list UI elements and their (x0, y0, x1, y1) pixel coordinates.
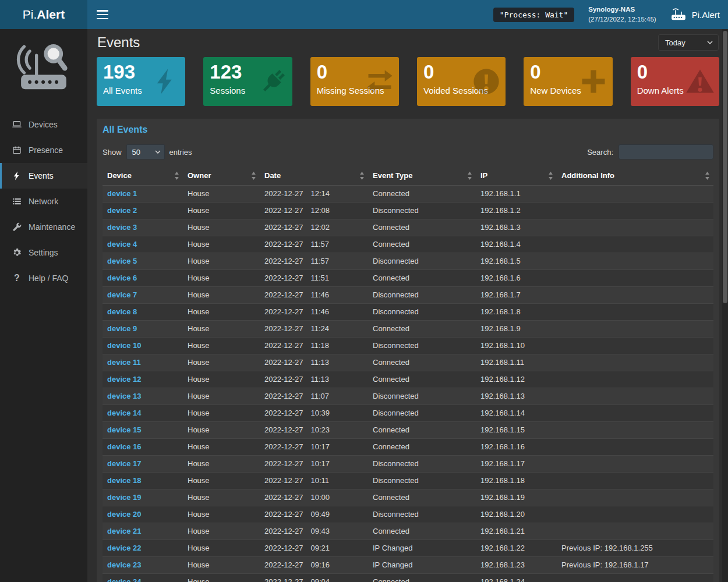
card-all-events[interactable]: 193 All Events (97, 57, 185, 106)
device-link[interactable]: device 1 (107, 189, 137, 198)
sidebar-item-events[interactable]: Events (0, 163, 87, 189)
sidebar-item-devices[interactable]: Devices (0, 112, 87, 137)
owner-cell: House (183, 186, 260, 203)
additional-info-cell (557, 456, 713, 473)
sort-icon (251, 172, 256, 180)
network-icon (12, 196, 22, 207)
sidebar-item-settings[interactable]: Settings (0, 240, 87, 265)
search-input[interactable] (619, 144, 713, 159)
scrollbar-thumb[interactable] (723, 31, 727, 303)
exclamation-circle-icon (471, 66, 501, 97)
device-link[interactable]: device 9 (107, 324, 137, 333)
owner-cell: House (183, 354, 260, 371)
ip-cell: 192.168.1.3 (476, 219, 557, 236)
column-header-additional-info[interactable]: Additional Info (557, 166, 713, 186)
sidebar-item-label: Help / FAQ (29, 274, 68, 283)
device-link[interactable]: device 20 (107, 510, 142, 519)
card-down-alerts[interactable]: 0 Down Alerts (631, 57, 719, 106)
card-missing-sessions[interactable]: 0 Missing Sessions (310, 57, 399, 106)
table-row: device 12 House 2022-12-2711:13 Connecte… (103, 371, 713, 388)
table-row: device 5 House 2022-12-2711:57 Disconnec… (103, 253, 713, 270)
owner-cell: House (183, 557, 260, 574)
table-row: device 22 House 2022-12-2709:21 IP Chang… (103, 540, 713, 557)
event-time: 11:46 (311, 307, 330, 316)
additional-info-cell (557, 422, 713, 439)
device-link[interactable]: device 7 (107, 290, 137, 299)
sort-icon (359, 172, 365, 180)
event-time: 12:08 (311, 206, 330, 215)
hamburger-menu-icon[interactable] (97, 10, 108, 19)
device-link[interactable]: device 4 (107, 240, 137, 249)
event-time: 12:02 (311, 223, 330, 232)
event-date: 2022-12-27 (264, 358, 303, 367)
owner-cell: House (183, 540, 260, 557)
owner-cell: House (183, 456, 260, 473)
event-type-cell: Connected (368, 574, 476, 582)
vertical-scrollbar[interactable] (722, 29, 728, 582)
ip-cell: 192.168.1.23 (476, 557, 557, 574)
device-link[interactable]: device 13 (107, 392, 142, 400)
card-voided-sessions[interactable]: 0 Voided Sessions (417, 57, 506, 106)
event-time: 12:14 (311, 189, 330, 198)
sidebar-item-help-faq[interactable]: ? Help / FAQ (0, 265, 87, 291)
owner-cell: House (183, 422, 260, 439)
ip-cell: 192.168.1.24 (476, 574, 557, 582)
card-new-devices[interactable]: 0 New Devices (524, 57, 612, 106)
event-type-cell: Disconnected (368, 456, 476, 473)
device-link[interactable]: device 6 (107, 274, 137, 282)
owner-cell: House (183, 506, 260, 523)
column-header-device[interactable]: Device (103, 166, 183, 186)
event-type-cell: Connected (368, 219, 476, 236)
column-header-owner[interactable]: Owner (183, 166, 260, 186)
event-date: 2022-12-27 (264, 324, 303, 333)
device-link[interactable]: device 22 (107, 544, 142, 552)
additional-info-cell (557, 388, 713, 405)
app-badge[interactable]: Pi.Alert (670, 8, 720, 22)
additional-info-cell (557, 219, 713, 236)
event-date: 2022-12-27 (264, 206, 303, 215)
device-link[interactable]: device 11 (107, 358, 141, 367)
device-link[interactable]: device 14 (107, 409, 142, 417)
device-link[interactable]: device 24 (107, 577, 142, 582)
device-link[interactable]: device 10 (107, 341, 142, 350)
additional-info-cell (557, 253, 713, 270)
sidebar-item-network[interactable]: Network (0, 189, 87, 214)
page-title: Events (97, 34, 140, 51)
device-link[interactable]: device 21 (107, 527, 142, 535)
device-link[interactable]: device 12 (107, 375, 142, 384)
event-type-cell: Disconnected (368, 473, 476, 489)
period-select-value: Today (665, 38, 685, 47)
sidebar-item-presence[interactable]: Presence (0, 137, 87, 163)
page-length-select[interactable]: 50 (126, 144, 165, 159)
device-link[interactable]: device 17 (107, 459, 142, 468)
table-row: device 21 House 2022-12-2709:43 Connecte… (103, 523, 713, 540)
table-row: device 17 House 2022-12-2710:17 Disconne… (103, 456, 713, 473)
additional-info-cell (557, 236, 713, 253)
device-link[interactable]: device 16 (107, 442, 142, 451)
table-row: device 8 House 2022-12-2711:46 Disconnec… (103, 304, 713, 321)
device-link[interactable]: device 15 (107, 425, 142, 434)
event-time: 11:13 (311, 375, 330, 384)
owner-cell: House (183, 405, 260, 422)
column-header-date[interactable]: Date (260, 166, 368, 186)
device-link[interactable]: device 3 (107, 223, 137, 232)
process-status-badge[interactable]: "Process: Wait" (493, 8, 574, 22)
pialert-logo-icon (13, 40, 75, 98)
sidebar-item-maintenance[interactable]: Maintenance (0, 214, 87, 240)
device-link[interactable]: device 5 (107, 257, 137, 265)
brand-logo[interactable]: Pi.Alert (0, 0, 87, 29)
device-link[interactable]: device 19 (107, 493, 142, 502)
topbar: Pi.Alert "Process: Wait" Synology-NAS (2… (0, 0, 728, 29)
device-link[interactable]: device 18 (107, 476, 142, 485)
event-date: 2022-12-27 (264, 527, 303, 535)
event-time: 11:46 (311, 290, 330, 299)
column-header-event-type[interactable]: Event Type (368, 166, 476, 186)
period-select[interactable]: Today (658, 34, 719, 51)
device-link[interactable]: device 8 (107, 307, 137, 316)
device-link[interactable]: device 23 (107, 560, 142, 569)
card-sessions[interactable]: 123 Sessions (203, 57, 292, 106)
device-link[interactable]: device 2 (107, 206, 137, 215)
column-header-ip[interactable]: IP (476, 166, 557, 186)
additional-info-cell (557, 473, 713, 489)
event-time: 09:04 (311, 577, 330, 582)
